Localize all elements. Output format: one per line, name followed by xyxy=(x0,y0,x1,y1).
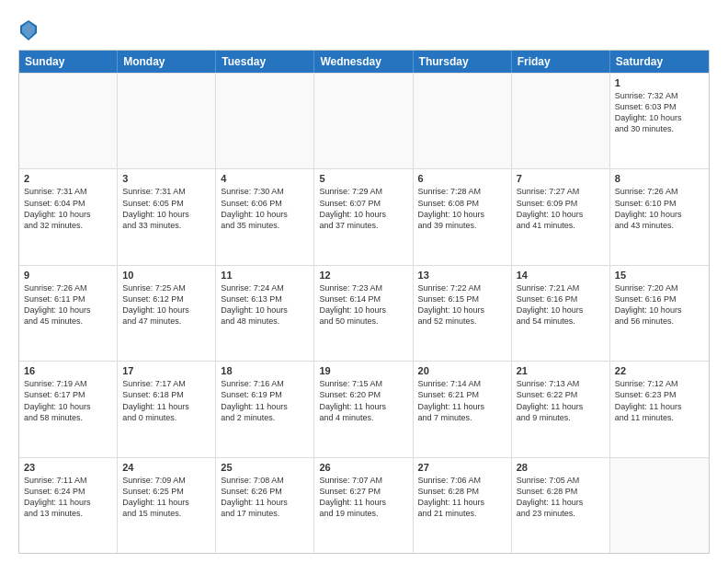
day-number: 4 xyxy=(221,173,309,184)
cell-info: Sunrise: 7:14 AM Sunset: 6:21 PM Dayligh… xyxy=(418,378,506,423)
day-number: 3 xyxy=(122,173,210,184)
calendar-cell: 8Sunrise: 7:26 AM Sunset: 6:10 PM Daylig… xyxy=(610,169,709,264)
calendar-cell: 28Sunrise: 7:05 AM Sunset: 6:28 PM Dayli… xyxy=(512,458,610,553)
cell-info: Sunrise: 7:29 AM Sunset: 6:07 PM Dayligh… xyxy=(319,186,407,231)
calendar-cell: 16Sunrise: 7:19 AM Sunset: 6:17 PM Dayli… xyxy=(19,362,118,456)
day-number: 14 xyxy=(517,270,605,281)
calendar-cell: 26Sunrise: 7:07 AM Sunset: 6:27 PM Dayli… xyxy=(314,458,413,553)
calendar-cell: 12Sunrise: 7:23 AM Sunset: 6:14 PM Dayli… xyxy=(314,266,413,361)
calendar-cell xyxy=(414,74,512,168)
day-number: 6 xyxy=(418,173,506,184)
calendar-cell xyxy=(512,74,610,168)
calendar-cell: 20Sunrise: 7:14 AM Sunset: 6:21 PM Dayli… xyxy=(414,362,512,456)
calendar-cell: 14Sunrise: 7:21 AM Sunset: 6:16 PM Dayli… xyxy=(512,266,610,361)
calendar-cell: 21Sunrise: 7:13 AM Sunset: 6:22 PM Dayli… xyxy=(512,362,610,456)
cell-info: Sunrise: 7:20 AM Sunset: 6:16 PM Dayligh… xyxy=(615,282,704,327)
cell-info: Sunrise: 7:19 AM Sunset: 6:17 PM Dayligh… xyxy=(24,378,112,423)
cell-info: Sunrise: 7:12 AM Sunset: 6:23 PM Dayligh… xyxy=(615,378,704,423)
calendar-cell xyxy=(610,458,709,553)
calendar: SundayMondayTuesdayWednesdayThursdayFrid… xyxy=(18,50,710,554)
cell-info: Sunrise: 7:23 AM Sunset: 6:14 PM Dayligh… xyxy=(319,282,407,327)
cell-info: Sunrise: 7:06 AM Sunset: 6:28 PM Dayligh… xyxy=(418,475,506,520)
day-number: 11 xyxy=(221,270,309,281)
calendar-cell: 9Sunrise: 7:26 AM Sunset: 6:11 PM Daylig… xyxy=(19,266,118,361)
cell-info: Sunrise: 7:07 AM Sunset: 6:27 PM Dayligh… xyxy=(319,475,407,520)
day-number: 2 xyxy=(24,173,112,184)
calendar-header-row: SundayMondayTuesdayWednesdayThursdayFrid… xyxy=(19,51,709,73)
day-number: 10 xyxy=(122,270,210,281)
day-number: 24 xyxy=(122,462,210,473)
cell-info: Sunrise: 7:31 AM Sunset: 6:05 PM Dayligh… xyxy=(122,186,210,231)
calendar-cell: 10Sunrise: 7:25 AM Sunset: 6:12 PM Dayli… xyxy=(118,266,216,361)
calendar-cell: 19Sunrise: 7:15 AM Sunset: 6:20 PM Dayli… xyxy=(314,362,413,456)
calendar-week-row: 16Sunrise: 7:19 AM Sunset: 6:17 PM Dayli… xyxy=(19,361,709,456)
calendar-week-row: 23Sunrise: 7:11 AM Sunset: 6:24 PM Dayli… xyxy=(19,457,709,553)
day-number: 1 xyxy=(615,77,704,88)
day-number: 19 xyxy=(319,365,407,376)
calendar-header-cell: Wednesday xyxy=(314,51,413,73)
calendar-cell: 7Sunrise: 7:27 AM Sunset: 6:09 PM Daylig… xyxy=(512,169,610,264)
cell-info: Sunrise: 7:30 AM Sunset: 6:06 PM Dayligh… xyxy=(221,186,309,231)
calendar-cell xyxy=(314,74,413,168)
calendar-cell: 23Sunrise: 7:11 AM Sunset: 6:24 PM Dayli… xyxy=(19,458,118,553)
cell-info: Sunrise: 7:26 AM Sunset: 6:11 PM Dayligh… xyxy=(24,282,112,327)
day-number: 27 xyxy=(418,462,506,473)
calendar-cell: 13Sunrise: 7:22 AM Sunset: 6:15 PM Dayli… xyxy=(414,266,512,361)
day-number: 28 xyxy=(517,462,605,473)
calendar-header-cell: Sunday xyxy=(19,51,118,73)
calendar-header-cell: Monday xyxy=(118,51,216,73)
day-number: 22 xyxy=(615,365,704,376)
calendar-week-row: 1Sunrise: 7:32 AM Sunset: 6:03 PM Daylig… xyxy=(19,73,709,168)
day-number: 17 xyxy=(122,365,210,376)
day-number: 15 xyxy=(615,270,704,281)
cell-info: Sunrise: 7:32 AM Sunset: 6:03 PM Dayligh… xyxy=(615,90,704,135)
day-number: 5 xyxy=(319,173,407,184)
calendar-cell: 17Sunrise: 7:17 AM Sunset: 6:18 PM Dayli… xyxy=(118,362,216,456)
day-number: 13 xyxy=(418,270,506,281)
cell-info: Sunrise: 7:09 AM Sunset: 6:25 PM Dayligh… xyxy=(122,475,210,520)
calendar-body: 1Sunrise: 7:32 AM Sunset: 6:03 PM Daylig… xyxy=(19,73,709,553)
calendar-cell xyxy=(118,74,216,168)
day-number: 23 xyxy=(24,462,112,473)
calendar-cell: 25Sunrise: 7:08 AM Sunset: 6:26 PM Dayli… xyxy=(216,458,314,553)
cell-info: Sunrise: 7:31 AM Sunset: 6:04 PM Dayligh… xyxy=(24,186,112,231)
cell-info: Sunrise: 7:13 AM Sunset: 6:22 PM Dayligh… xyxy=(517,378,605,423)
page: SundayMondayTuesdayWednesdayThursdayFrid… xyxy=(0,0,728,563)
calendar-cell: 22Sunrise: 7:12 AM Sunset: 6:23 PM Dayli… xyxy=(610,362,709,456)
cell-info: Sunrise: 7:08 AM Sunset: 6:26 PM Dayligh… xyxy=(221,475,309,520)
calendar-week-row: 2Sunrise: 7:31 AM Sunset: 6:04 PM Daylig… xyxy=(19,168,709,264)
day-number: 8 xyxy=(615,173,704,184)
cell-info: Sunrise: 7:05 AM Sunset: 6:28 PM Dayligh… xyxy=(517,475,605,520)
cell-info: Sunrise: 7:25 AM Sunset: 6:12 PM Dayligh… xyxy=(122,282,210,327)
day-number: 9 xyxy=(24,270,112,281)
day-number: 18 xyxy=(221,365,309,376)
calendar-header-cell: Thursday xyxy=(414,51,512,73)
calendar-cell: 3Sunrise: 7:31 AM Sunset: 6:05 PM Daylig… xyxy=(118,169,216,264)
cell-info: Sunrise: 7:21 AM Sunset: 6:16 PM Dayligh… xyxy=(517,282,605,327)
calendar-cell: 11Sunrise: 7:24 AM Sunset: 6:13 PM Dayli… xyxy=(216,266,314,361)
calendar-cell xyxy=(216,74,314,168)
cell-info: Sunrise: 7:15 AM Sunset: 6:20 PM Dayligh… xyxy=(319,378,407,423)
calendar-cell: 1Sunrise: 7:32 AM Sunset: 6:03 PM Daylig… xyxy=(610,74,709,168)
header xyxy=(18,17,710,42)
calendar-header-cell: Saturday xyxy=(610,51,709,73)
day-number: 12 xyxy=(319,270,407,281)
cell-info: Sunrise: 7:17 AM Sunset: 6:18 PM Dayligh… xyxy=(122,378,210,423)
calendar-header-cell: Friday xyxy=(512,51,610,73)
day-number: 16 xyxy=(24,365,112,376)
calendar-cell: 15Sunrise: 7:20 AM Sunset: 6:16 PM Dayli… xyxy=(610,266,709,361)
calendar-cell: 24Sunrise: 7:09 AM Sunset: 6:25 PM Dayli… xyxy=(118,458,216,553)
calendar-cell: 18Sunrise: 7:16 AM Sunset: 6:19 PM Dayli… xyxy=(216,362,314,456)
logo xyxy=(18,20,37,42)
calendar-cell: 6Sunrise: 7:28 AM Sunset: 6:08 PM Daylig… xyxy=(414,169,512,264)
calendar-week-row: 9Sunrise: 7:26 AM Sunset: 6:11 PM Daylig… xyxy=(19,265,709,361)
cell-info: Sunrise: 7:26 AM Sunset: 6:10 PM Dayligh… xyxy=(615,186,704,231)
calendar-cell: 4Sunrise: 7:30 AM Sunset: 6:06 PM Daylig… xyxy=(216,169,314,264)
logo-icon xyxy=(20,20,37,40)
day-number: 26 xyxy=(319,462,407,473)
cell-info: Sunrise: 7:16 AM Sunset: 6:19 PM Dayligh… xyxy=(221,378,309,423)
calendar-cell xyxy=(19,74,118,168)
day-number: 7 xyxy=(517,173,605,184)
cell-info: Sunrise: 7:24 AM Sunset: 6:13 PM Dayligh… xyxy=(221,282,309,327)
calendar-cell: 5Sunrise: 7:29 AM Sunset: 6:07 PM Daylig… xyxy=(314,169,413,264)
